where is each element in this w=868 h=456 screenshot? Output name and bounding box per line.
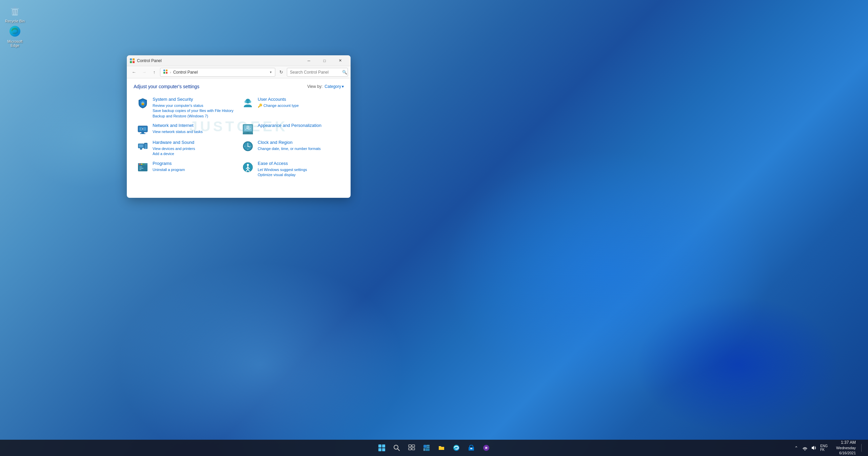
nav-forward-button[interactable]: → <box>140 68 149 77</box>
svg-rect-73 <box>427 446 430 448</box>
category-ease-of-access[interactable]: Ease of Access Let Windows suggest setti… <box>239 159 344 180</box>
svg-line-5 <box>17 10 17 15</box>
taskbar-store-button[interactable] <box>465 441 478 455</box>
network-internet-content: Network and Internet View network status… <box>153 123 236 134</box>
ease-of-access-link-2[interactable]: Optimize visual display <box>258 172 341 177</box>
content-header: Adjust your computer's settings View by:… <box>134 84 344 89</box>
svg-rect-61 <box>378 444 381 448</box>
clock-region-link-1[interactable]: Change date, time, or number formats <box>258 146 341 151</box>
tray-up-icon[interactable]: ⌃ <box>792 444 800 452</box>
view-by-dropdown[interactable]: Category ▾ <box>324 84 344 89</box>
svg-rect-67 <box>409 445 411 447</box>
address-bar[interactable]: › Control Panel ▾ <box>160 68 275 77</box>
address-dropdown-icon[interactable]: ▾ <box>269 70 272 75</box>
system-security-link-1[interactable]: Review your computer's status <box>153 103 236 108</box>
svg-point-49 <box>141 164 142 165</box>
svg-text:🔒: 🔒 <box>141 101 145 106</box>
network-internet-title[interactable]: Network and Internet <box>153 123 236 129</box>
address-separator: › <box>170 70 171 74</box>
hardware-sound-title[interactable]: Hardware and Sound <box>153 140 236 146</box>
svg-rect-34 <box>145 144 147 148</box>
search-icon: 🔍 <box>342 70 347 75</box>
category-clock-region[interactable]: Clock and Region Change date, time, or n… <box>239 138 344 159</box>
window-title-text: Control Panel <box>137 58 299 63</box>
hardware-sound-link-1[interactable]: View devices and printers <box>153 146 236 151</box>
category-programs[interactable]: Programs Uninstall a program <box>134 159 239 180</box>
svg-rect-70 <box>412 448 415 450</box>
svg-point-35 <box>145 148 146 149</box>
nav-back-button[interactable]: ← <box>130 68 138 77</box>
taskbar-clock[interactable]: 1:37 AM Wednesday 6/16/2021 <box>833 438 859 456</box>
category-user-accounts[interactable]: User Accounts 🔑 Change account type <box>239 95 344 121</box>
hardware-sound-content: Hardware and Sound View devices and prin… <box>153 140 236 157</box>
window-controls: ─ □ ✕ <box>301 55 348 66</box>
nav-up-button[interactable]: ↑ <box>150 68 159 77</box>
svg-rect-13 <box>163 72 165 74</box>
svg-rect-2 <box>14 7 16 8</box>
svg-rect-74 <box>423 448 425 451</box>
system-security-link-2[interactable]: Save backup copies of your files with Fi… <box>153 108 236 113</box>
taskbar-start-button[interactable] <box>375 441 389 455</box>
svg-rect-69 <box>409 448 411 450</box>
category-system-security[interactable]: 🔒 System and Security Review your comput… <box>134 95 239 121</box>
category-appearance-personalization[interactable]: Appearance and Personalization <box>239 121 344 138</box>
ease-of-access-title[interactable]: Ease of Access <box>258 161 341 167</box>
svg-rect-14 <box>166 72 167 74</box>
taskbar-media-button[interactable] <box>479 441 493 455</box>
user-accounts-title[interactable]: User Accounts <box>258 97 341 102</box>
taskbar-right: ⌃ ENGFK 1:37 AM Wednesday <box>791 438 868 456</box>
programs-title[interactable]: Programs <box>153 161 236 167</box>
window-restore-button[interactable]: □ <box>317 55 332 66</box>
recycle-bin-label: Recycle Bin <box>3 19 27 23</box>
view-by-chevron-icon: ▾ <box>342 84 344 89</box>
svg-line-66 <box>398 449 399 451</box>
desktop-icon-recycle-bin[interactable]: Recycle Bin <box>1 3 28 24</box>
address-bar-arrows: ▾ <box>269 70 272 75</box>
taskbar-task-view-button[interactable] <box>405 441 418 455</box>
svg-rect-78 <box>470 448 472 449</box>
appearance-personalization-title[interactable]: Appearance and Personalization <box>258 123 341 129</box>
taskbar-edge-button[interactable] <box>450 441 463 455</box>
window-close-button[interactable]: ✕ <box>332 55 348 66</box>
tray-lang-icon[interactable]: ENGFK <box>818 444 829 452</box>
navigation-bar: ← → ↑ › Control Panel ▾ ↻ 🔍 <box>127 66 351 78</box>
network-internet-icon <box>136 123 149 136</box>
search-bar[interactable]: 🔍 <box>287 68 348 77</box>
hardware-sound-link-2[interactable]: Add a device <box>153 151 236 156</box>
tray-lang-text: ENGFK <box>820 444 828 452</box>
taskbar-search-button[interactable] <box>390 441 403 455</box>
clock-region-title[interactable]: Clock and Region <box>258 140 341 146</box>
svg-rect-1 <box>11 8 19 9</box>
system-security-title[interactable]: System and Security <box>153 97 236 102</box>
category-network-internet[interactable]: Network and Internet View network status… <box>134 121 239 138</box>
appearance-personalization-content: Appearance and Personalization <box>258 123 341 129</box>
svg-point-82 <box>805 450 806 451</box>
taskbar-widgets-button[interactable] <box>420 441 433 455</box>
programs-icon <box>136 161 149 174</box>
network-internet-link-1[interactable]: View network status and tasks <box>153 129 236 134</box>
category-hardware-sound[interactable]: Hardware and Sound View devices and prin… <box>134 138 239 159</box>
address-text: Control Panel <box>173 70 198 75</box>
tray-volume-icon[interactable] <box>810 444 818 452</box>
edge-label: Microsoft Edge <box>3 39 27 48</box>
desktop-icon-edge[interactable]: Microsoft Edge <box>1 23 28 49</box>
search-input[interactable] <box>290 70 341 75</box>
programs-link-1[interactable]: Uninstall a program <box>153 167 236 172</box>
svg-rect-8 <box>133 58 135 60</box>
system-security-link-3[interactable]: Backup and Restore (Windows 7) <box>153 114 236 119</box>
window-title-icon <box>130 58 135 63</box>
show-desktop-button[interactable] <box>861 444 864 452</box>
window-minimize-button[interactable]: ─ <box>301 55 317 66</box>
taskbar-file-explorer-button[interactable] <box>435 441 448 455</box>
ease-of-access-link-1[interactable]: Let Windows suggest settings <box>258 167 341 172</box>
svg-point-25 <box>142 128 143 130</box>
svg-rect-29 <box>246 132 249 133</box>
svg-rect-68 <box>412 445 415 447</box>
system-tray: ⌃ ENGFK <box>791 444 831 452</box>
edge-icon <box>8 24 22 38</box>
user-accounts-link-1[interactable]: 🔑 Change account type <box>258 103 341 108</box>
nav-refresh-button[interactable]: ↻ <box>277 68 285 77</box>
tray-network-icon[interactable] <box>801 444 809 452</box>
clock-day: Wednesday <box>836 445 856 451</box>
svg-rect-23 <box>140 133 145 134</box>
